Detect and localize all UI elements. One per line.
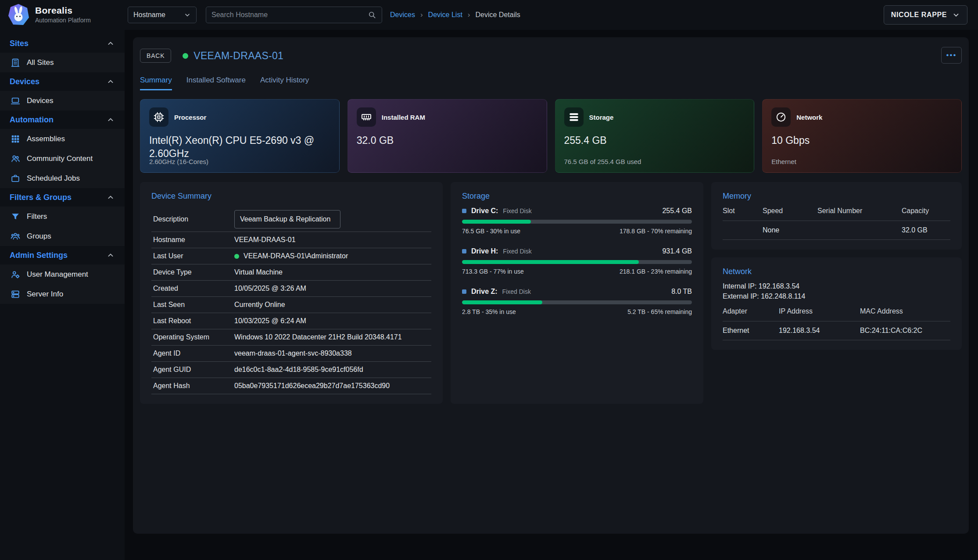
sidebar-section-label: Devices <box>10 77 39 86</box>
storage-card: Storage 255.4 GB 76.5 GB of 255.4 GB use… <box>555 99 755 173</box>
sidebar-section-label: Filters & Groups <box>10 193 72 202</box>
table-row: Operating System Windows 10 2022 Datacen… <box>151 329 431 346</box>
table-row: Device Type Virtual Machine <box>151 264 431 281</box>
network-value: 10 Gbps <box>771 134 953 147</box>
drive-size: 255.4 GB <box>662 207 692 215</box>
drive-remaining: 218.1 GB - 23% remaining <box>620 268 692 275</box>
row-label: Hostname <box>153 236 234 244</box>
sidebar-section-header-automation[interactable]: Automation <box>0 111 125 129</box>
search-icon[interactable] <box>368 11 376 19</box>
detail-panels-row: Device Summary Description Hostname VEEA… <box>140 182 962 404</box>
user-menu-button[interactable]: NICOLE RAPPE <box>884 5 967 25</box>
row-label: Agent Hash <box>153 382 234 390</box>
breadcrumb-devices[interactable]: Devices <box>390 11 415 19</box>
brand-name: Borealis <box>35 5 91 16</box>
sidebar-item-label: All Sites <box>27 58 54 67</box>
column-header: Speed <box>763 207 817 215</box>
sidebar-item-label: Assemblies <box>27 135 65 143</box>
sidebar-item-scheduled-jobs[interactable]: Scheduled Jobs <box>0 168 125 188</box>
storage-stack-icon <box>564 107 584 127</box>
stat-card-title: Storage <box>589 114 614 121</box>
device-details-panel: BACK VEEAM-DRAAS-01 ••• Summary Installe… <box>133 37 969 534</box>
sidebar-section-header-filters-groups[interactable]: Filters & Groups <box>0 188 125 207</box>
sidebar-section-header-devices[interactable]: Devices <box>0 72 125 91</box>
sidebar-item-user-management[interactable]: User Management <box>0 264 125 284</box>
processor-footer: 2.60GHz (16-Cores) <box>149 158 208 165</box>
row-value: 05ba0e7935171d626ecea29b27d7ae175363cd90 <box>234 382 430 390</box>
table-row: Last Reboot 10/03/2025 @ 6:24 AM <box>151 313 431 329</box>
internal-ip: Internal IP: 192.168.3.54 <box>723 282 950 290</box>
tab-summary[interactable]: Summary <box>140 76 172 90</box>
brand: Borealis Automation Platform <box>7 3 91 26</box>
user-gear-icon <box>11 270 20 279</box>
sidebar-section-label: Automation <box>10 115 54 125</box>
table-row: None 32.0 GB <box>723 221 950 240</box>
row-value: Windows 10 2022 Datacenter 21H2 Build 20… <box>234 333 430 341</box>
drive-name: Drive H: <box>471 247 498 255</box>
tab-installed-software[interactable]: Installed Software <box>186 76 246 90</box>
sidebar-section-admin-settings: Admin Settings User Management Server In… <box>0 246 125 304</box>
storage-panel-title: Storage <box>462 192 692 201</box>
drive-used: 713.3 GB - 77% in use <box>462 268 524 275</box>
sidebar-item-label: User Management <box>27 270 88 279</box>
row-label: Agent GUID <box>153 366 234 374</box>
sidebar-item-label: Groups <box>27 232 51 241</box>
column-header: MAC Address <box>860 307 950 315</box>
sidebar-section-header-sites[interactable]: Sites <box>0 34 125 53</box>
breadcrumb-separator-icon: › <box>420 11 423 19</box>
column-header: Slot <box>723 207 763 215</box>
row-value: VEEAM-DRAAS-01 <box>234 236 430 244</box>
hostname-filter-select[interactable]: Hostname <box>128 7 197 23</box>
table-row: Created 10/05/2025 @ 3:26 AM <box>151 281 431 297</box>
sidebar-item-assemblies[interactable]: Assemblies <box>0 129 125 149</box>
sidebar-item-groups[interactable]: Groups <box>0 226 125 246</box>
chevron-up-icon <box>106 251 115 260</box>
memory-panel-title: Memory <box>723 192 950 201</box>
grid-icon <box>11 134 20 144</box>
brand-subtitle: Automation Platform <box>35 17 91 24</box>
tab-bar: Summary Installed Software Activity Hist… <box>140 76 962 90</box>
installed-ram-card: Installed RAM 32.0 GB <box>347 99 547 173</box>
sidebar-item-filters[interactable]: Filters <box>0 207 125 226</box>
breadcrumb-device-list[interactable]: Device List <box>428 11 462 19</box>
drive-icon <box>462 249 466 253</box>
processor-value: Intel(R) Xeon(R) CPU E5-2690 v3 @ 2.60GH… <box>149 134 330 161</box>
building-icon <box>11 58 20 68</box>
back-button[interactable]: BACK <box>140 49 171 63</box>
row-label: Operating System <box>153 333 234 341</box>
sidebar-item-community-content[interactable]: Community Content <box>0 149 125 168</box>
row-value: 10/03/2025 @ 6:24 AM <box>234 317 430 325</box>
sidebar-item-all-sites[interactable]: All Sites <box>0 53 125 72</box>
search-input[interactable] <box>211 11 368 19</box>
row-label: Agent ID <box>153 350 234 357</box>
drive-usage-bar <box>462 220 692 224</box>
external-ip: External IP: 162.248.8.114 <box>723 292 950 300</box>
more-options-button[interactable]: ••• <box>941 47 962 64</box>
chevron-up-icon <box>106 39 115 48</box>
ram-value: 32.0 GB <box>357 134 538 147</box>
sidebar-item-server-info[interactable]: Server Info <box>0 284 125 304</box>
row-label: Last Seen <box>153 301 234 309</box>
sidebar-item-devices[interactable]: Devices <box>0 91 125 111</box>
drive-name: Drive C: <box>471 207 498 215</box>
memory-table-header: Slot Speed Serial Number Capacity <box>723 207 950 221</box>
sidebar-section-header-admin-settings[interactable]: Admin Settings <box>0 246 125 264</box>
breadcrumb-device-details: Device Details <box>476 11 520 19</box>
right-column: Memory Slot Speed Serial Number Capacity… <box>711 182 962 404</box>
borealis-logo-icon <box>7 3 30 26</box>
table-row: Agent GUID de16c0c1-8aa2-4d18-9585-9ce91… <box>151 362 431 378</box>
sidebar-section-label: Admin Settings <box>10 251 68 260</box>
network-panel: Network Internal IP: 192.168.3.54 Extern… <box>711 257 962 350</box>
drive-icon <box>462 209 466 213</box>
chevron-down-icon <box>952 11 960 19</box>
description-input[interactable] <box>234 210 340 228</box>
drive-type: Fixed Disk <box>503 248 531 255</box>
gauge-icon <box>771 107 791 127</box>
network-panel-title: Network <box>723 267 950 276</box>
row-value: veeam-draas-01-agent-svc-8930a338 <box>234 350 430 357</box>
row-value: de16c0c1-8aa2-4d18-9585-9ce91cf056fd <box>234 366 430 374</box>
description-label: Description <box>153 215 234 223</box>
table-row: Hostname VEEAM-DRAAS-01 <box>151 232 431 248</box>
tab-activity-history[interactable]: Activity History <box>260 76 309 90</box>
drive-name: Drive Z: <box>471 288 498 296</box>
